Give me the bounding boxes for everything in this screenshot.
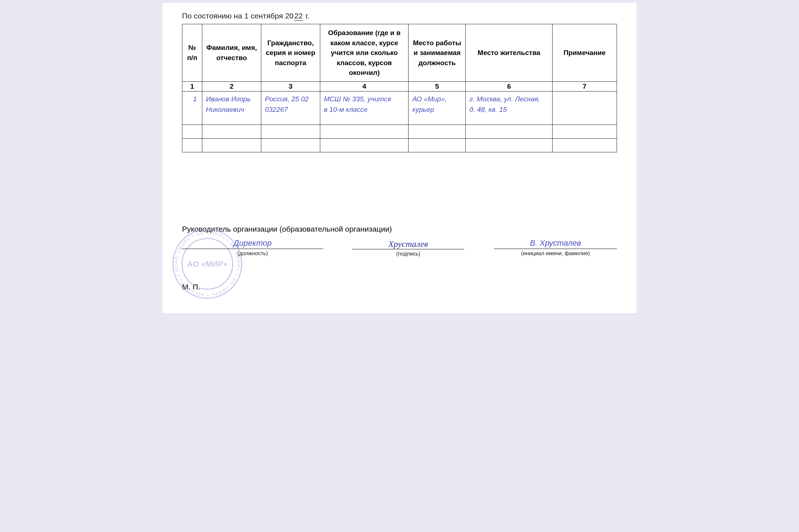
asof-prefix: По состоянию на 1 сентября 20 [182,12,293,20]
signature-section: АО «МИР» • АО «МИР» • АО «МИР» • АО «МИР… [182,225,617,291]
header-note: Примечание [552,24,617,82]
colnum: 2 [202,81,261,91]
header-fio: Фамилия, имя, отчество [202,24,261,82]
header-job: Место работы и занимаемая должность [409,24,466,82]
colnum: 7 [552,81,617,91]
table-row: 1 Иванов Игорь Николаевич Россия, 25 02 … [182,91,617,124]
header-address: Место жительства [466,24,552,82]
position-value: Директор [182,238,323,249]
name-block: В. Хрусталев (инициал имени, фамилия) [494,238,617,257]
table-header-row: № п/п Фамилия, имя, отчество Гражданство… [182,24,617,82]
table-row-empty [182,138,617,152]
colnum: 4 [320,81,408,91]
as-of-line: По состоянию на 1 сентября 2022 г. [182,12,617,20]
colnum: 6 [466,81,552,91]
table-colnum-row: 1 2 3 4 5 6 7 [182,81,617,91]
mp-label: М. П. [182,283,617,291]
document-page: По состоянию на 1 сентября 2022 г. № п/п… [162,3,637,313]
header-passport: Гражданство, серия и номер паспорта [261,24,320,82]
cell-fio: Иванов Игорь Николаевич [202,91,261,124]
stamp-center-text: АО «МИР» [187,259,228,269]
position-block: Директор (должность) [182,238,323,257]
cell-passport: Россия, 25 02 032267 [261,91,320,124]
position-label: (должность) [237,250,268,256]
header-num: № п/п [182,24,202,82]
signature-row: Директор (должность) Хрусталев (подпись)… [182,238,617,257]
signature-value: Хрусталев [352,238,464,249]
cell-job: АО «Мир», курьер [409,91,466,124]
cell-num: 1 [182,91,202,124]
table-row-empty [182,124,617,138]
header-education: Образование (где и в каком классе, курсе… [320,24,408,82]
cell-note [552,91,617,124]
cell-education: МСШ № 335, учится в 10-м классе [320,91,408,124]
signature-block: Хрусталев (подпись) [352,238,464,257]
name-label: (инициал имени, фамилия) [521,250,590,256]
cell-address: г. Москва, ул. Лесная, д. 48, кв. 15 [466,91,552,124]
colnum: 5 [409,81,466,91]
name-value: В. Хрусталев [494,238,617,249]
asof-year: 22 [294,12,303,21]
asof-suffix: г. [304,12,310,20]
signature-label: (подпись) [396,250,420,257]
colnum: 3 [261,81,320,91]
head-org-line: Руководитель организации (образовательно… [182,225,617,233]
signature-script: Хрусталев [388,239,428,249]
colnum: 1 [182,81,202,91]
main-table: № п/п Фамилия, имя, отчество Гражданство… [182,24,617,152]
